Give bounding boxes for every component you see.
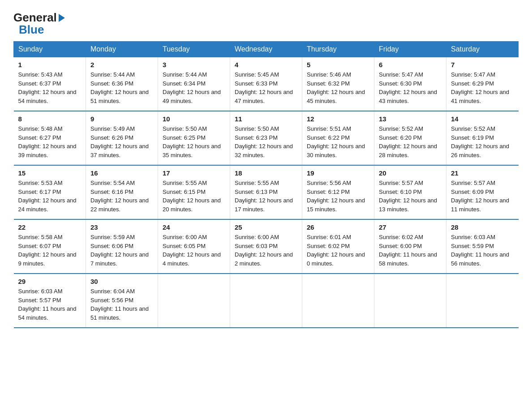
day-daylight: Daylight: 11 hours and 56 minutes.: [451, 251, 509, 267]
day-sunset: Sunset: 6:07 PM: [18, 243, 61, 249]
day-sunset: Sunset: 6:30 PM: [379, 80, 422, 87]
day-sunrise: Sunrise: 5:55 AM: [163, 180, 207, 186]
day-daylight: Daylight: 12 hours and 37 minutes.: [90, 143, 149, 158]
calendar-day-cell: 13 Sunrise: 5:52 AM Sunset: 6:20 PM Dayl…: [374, 111, 446, 165]
day-sunrise: Sunrise: 5:47 AM: [451, 71, 495, 78]
calendar-week-row: 22 Sunrise: 5:58 AM Sunset: 6:07 PM Dayl…: [14, 219, 519, 274]
day-daylight: Daylight: 11 hours and 58 minutes.: [379, 251, 437, 267]
day-daylight: Daylight: 12 hours and 32 minutes.: [235, 143, 293, 158]
day-sunrise: Sunrise: 5:48 AM: [18, 125, 63, 132]
day-sunrise: Sunrise: 5:47 AM: [379, 71, 423, 78]
day-sunset: Sunset: 6:22 PM: [307, 134, 350, 141]
day-sunset: Sunset: 6:16 PM: [90, 188, 133, 195]
day-number: 2: [90, 61, 153, 68]
day-of-week-header: Thursday: [302, 42, 374, 57]
day-sunset: Sunset: 6:06 PM: [90, 243, 133, 249]
day-sunset: Sunset: 6:37 PM: [18, 80, 61, 87]
day-number: 25: [235, 223, 297, 231]
calendar-day-cell: 27 Sunrise: 6:02 AM Sunset: 6:00 PM Dayl…: [374, 219, 446, 274]
calendar-day-cell: 24 Sunrise: 6:00 AM Sunset: 6:05 PM Dayl…: [158, 219, 230, 274]
day-sunset: Sunset: 6:34 PM: [163, 80, 206, 87]
day-sunrise: Sunrise: 5:56 AM: [307, 180, 351, 186]
calendar-week-row: 15 Sunrise: 5:53 AM Sunset: 6:17 PM Dayl…: [14, 165, 519, 219]
calendar-day-cell: 5 Sunrise: 5:46 AM Sunset: 6:32 PM Dayli…: [302, 57, 374, 111]
day-number: 16: [90, 169, 153, 177]
day-number: 12: [307, 115, 369, 123]
day-sunrise: Sunrise: 6:03 AM: [451, 234, 495, 240]
day-daylight: Daylight: 12 hours and 43 minutes.: [379, 89, 437, 104]
day-sunrise: Sunrise: 5:46 AM: [307, 71, 351, 78]
day-sunset: Sunset: 6:29 PM: [451, 80, 494, 87]
day-sunset: Sunset: 6:25 PM: [163, 134, 206, 141]
day-sunrise: Sunrise: 6:03 AM: [18, 288, 63, 295]
day-number: 20: [379, 169, 442, 177]
day-daylight: Daylight: 12 hours and 47 minutes.: [235, 89, 293, 104]
day-number: 15: [18, 169, 82, 177]
calendar-day-cell: [302, 274, 374, 328]
calendar-day-cell: 18 Sunrise: 5:55 AM Sunset: 6:13 PM Dayl…: [230, 165, 302, 219]
day-daylight: Daylight: 12 hours and 17 minutes.: [235, 197, 293, 213]
day-number: 26: [307, 223, 369, 231]
day-sunrise: Sunrise: 6:00 AM: [163, 234, 207, 240]
calendar-day-cell: 17 Sunrise: 5:55 AM Sunset: 6:15 PM Dayl…: [158, 165, 230, 219]
day-number: 10: [163, 115, 225, 123]
day-sunset: Sunset: 6:36 PM: [90, 80, 133, 87]
calendar-day-cell: [158, 274, 230, 328]
day-number: 7: [451, 61, 514, 68]
calendar-week-row: 1 Sunrise: 5:43 AM Sunset: 6:37 PM Dayli…: [14, 57, 519, 111]
calendar-day-cell: 29 Sunrise: 6:03 AM Sunset: 5:57 PM Dayl…: [14, 274, 86, 328]
day-number: 19: [307, 169, 369, 177]
logo[interactable]: General Blue: [13, 11, 65, 37]
calendar-day-cell: 30 Sunrise: 6:04 AM Sunset: 5:56 PM Dayl…: [86, 274, 158, 328]
day-sunrise: Sunrise: 6:04 AM: [90, 288, 135, 295]
day-number: 3: [163, 61, 225, 68]
day-sunrise: Sunrise: 5:53 AM: [18, 180, 63, 186]
day-sunset: Sunset: 6:02 PM: [307, 243, 350, 249]
day-number: 4: [235, 61, 297, 68]
day-number: 24: [163, 223, 225, 231]
day-of-week-header: Friday: [374, 42, 446, 57]
logo-blue-text: Blue: [19, 23, 44, 37]
day-of-week-header: Wednesday: [230, 42, 302, 57]
day-sunrise: Sunrise: 6:01 AM: [307, 234, 351, 240]
calendar-day-cell: 10 Sunrise: 5:50 AM Sunset: 6:25 PM Dayl…: [158, 111, 230, 165]
calendar-day-cell: 11 Sunrise: 5:50 AM Sunset: 6:23 PM Dayl…: [230, 111, 302, 165]
day-sunset: Sunset: 5:57 PM: [18, 297, 61, 304]
day-daylight: Daylight: 12 hours and 15 minutes.: [307, 197, 365, 213]
day-sunrise: Sunrise: 5:52 AM: [451, 125, 495, 132]
page-header: General Blue: [13, 11, 519, 37]
calendar-day-cell: 16 Sunrise: 5:54 AM Sunset: 6:16 PM Dayl…: [86, 165, 158, 219]
calendar-day-cell: 23 Sunrise: 5:59 AM Sunset: 6:06 PM Dayl…: [86, 219, 158, 274]
day-sunset: Sunset: 5:56 PM: [90, 297, 133, 304]
day-sunrise: Sunrise: 5:59 AM: [90, 234, 135, 240]
day-daylight: Daylight: 12 hours and 0 minutes.: [307, 251, 365, 267]
day-number: 5: [307, 61, 369, 68]
day-number: 18: [235, 169, 297, 177]
day-number: 8: [18, 115, 82, 123]
day-daylight: Daylight: 12 hours and 22 minutes.: [90, 197, 149, 213]
day-daylight: Daylight: 12 hours and 51 minutes.: [90, 89, 149, 104]
day-sunset: Sunset: 6:19 PM: [451, 134, 494, 141]
day-daylight: Daylight: 12 hours and 30 minutes.: [307, 143, 365, 158]
calendar-day-cell: 15 Sunrise: 5:53 AM Sunset: 6:17 PM Dayl…: [14, 165, 86, 219]
day-sunset: Sunset: 6:13 PM: [235, 188, 278, 195]
day-sunset: Sunset: 6:05 PM: [163, 243, 206, 249]
day-daylight: Daylight: 12 hours and 26 minutes.: [451, 143, 509, 158]
day-sunset: Sunset: 6:12 PM: [307, 188, 350, 195]
day-number: 29: [18, 278, 82, 285]
calendar-day-cell: 8 Sunrise: 5:48 AM Sunset: 6:27 PM Dayli…: [14, 111, 86, 165]
day-daylight: Daylight: 12 hours and 28 minutes.: [379, 143, 437, 158]
calendar-day-cell: 19 Sunrise: 5:56 AM Sunset: 6:12 PM Dayl…: [302, 165, 374, 219]
calendar-day-cell: 9 Sunrise: 5:49 AM Sunset: 6:26 PM Dayli…: [86, 111, 158, 165]
calendar-day-cell: [230, 274, 302, 328]
calendar-week-row: 29 Sunrise: 6:03 AM Sunset: 5:57 PM Dayl…: [14, 274, 519, 328]
calendar-day-cell: 3 Sunrise: 5:44 AM Sunset: 6:34 PM Dayli…: [158, 57, 230, 111]
day-daylight: Daylight: 12 hours and 41 minutes.: [451, 89, 509, 104]
day-daylight: Daylight: 12 hours and 35 minutes.: [163, 143, 221, 158]
calendar-day-cell: 1 Sunrise: 5:43 AM Sunset: 6:37 PM Dayli…: [14, 57, 86, 111]
calendar-day-cell: 2 Sunrise: 5:44 AM Sunset: 6:36 PM Dayli…: [86, 57, 158, 111]
day-number: 1: [18, 61, 82, 68]
calendar-day-cell: [374, 274, 446, 328]
day-daylight: Daylight: 12 hours and 7 minutes.: [90, 251, 149, 267]
day-daylight: Daylight: 12 hours and 13 minutes.: [379, 197, 437, 213]
